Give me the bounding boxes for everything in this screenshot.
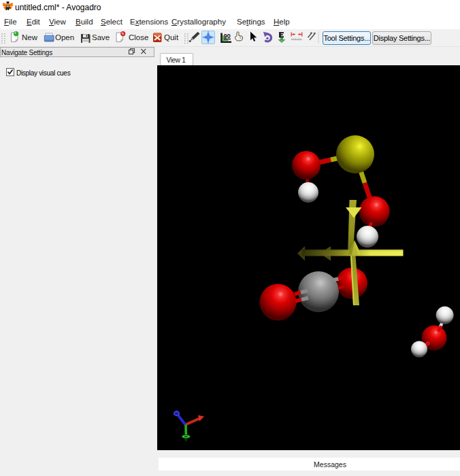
svg-text:90: 90	[224, 33, 231, 39]
